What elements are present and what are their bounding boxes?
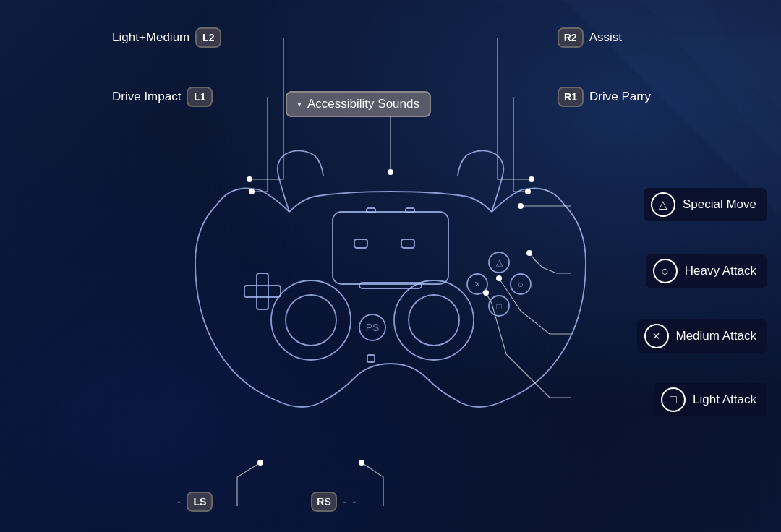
- circle-icon: ○: [653, 259, 678, 283]
- r2-badge: R2: [558, 27, 584, 48]
- l2-badge: L2: [195, 27, 221, 48]
- ls-badge: LS: [187, 492, 213, 512]
- ls-action-left: -: [177, 495, 181, 508]
- svg-point-6: [286, 295, 336, 346]
- svg-text:×: ×: [474, 278, 480, 290]
- main-content: △ ○ × □ PS Light+Medium L2 Drive Impact …: [0, 0, 781, 532]
- chevron-down-icon: ▾: [297, 99, 302, 109]
- svg-rect-20: [406, 208, 414, 213]
- triangle-label: △ Special Move: [644, 188, 767, 221]
- r2-action-text: Assist: [589, 30, 622, 45]
- l1-label: Drive Impact L1: [112, 87, 213, 107]
- svg-rect-10: [244, 286, 281, 297]
- rs-action-right: -: [343, 495, 346, 508]
- svg-text:□: □: [496, 301, 501, 312]
- triangle-icon: △: [651, 192, 675, 217]
- l2-action-text: Light+Medium: [112, 30, 189, 45]
- svg-point-36: [257, 460, 263, 466]
- accessibility-sounds-button[interactable]: ▾ Accessibility Sounds: [286, 91, 431, 117]
- svg-point-5: [271, 280, 351, 360]
- svg-rect-16: [401, 239, 414, 248]
- svg-point-7: [394, 280, 474, 360]
- svg-text:○: ○: [518, 279, 524, 290]
- triangle-action-text: Special Move: [683, 197, 756, 212]
- cross-icon: ×: [644, 324, 669, 348]
- svg-text:△: △: [496, 257, 503, 267]
- accessibility-sounds-label: Accessibility Sounds: [307, 97, 419, 111]
- svg-rect-21: [367, 355, 375, 362]
- square-action-text: Light Attack: [693, 392, 756, 407]
- l1-badge: L1: [187, 87, 213, 107]
- rs-label: RS - -: [311, 492, 357, 512]
- svg-rect-19: [367, 208, 375, 213]
- l2-label: Light+Medium L2: [112, 27, 221, 48]
- circle-label: ○ Heavy Attack: [646, 254, 767, 288]
- svg-point-8: [409, 295, 459, 346]
- svg-rect-17: [354, 239, 367, 248]
- cross-action-text: Medium Attack: [676, 329, 757, 343]
- cross-label: × Medium Attack: [637, 319, 767, 353]
- r2-label: R2 Assist: [558, 27, 622, 48]
- r1-action-text: Drive Parry: [589, 90, 651, 104]
- svg-rect-9: [257, 273, 268, 309]
- rs-badge: RS: [311, 492, 337, 512]
- r1-label: R1 Drive Parry: [558, 87, 651, 107]
- controller-diagram: △ ○ × □ PS: [188, 96, 593, 458]
- svg-rect-4: [333, 212, 448, 284]
- ls-label: - LS: [177, 492, 213, 512]
- svg-point-37: [359, 460, 364, 466]
- square-icon: □: [661, 387, 686, 412]
- r1-badge: R1: [558, 87, 584, 107]
- square-label: □ Light Attack: [654, 383, 767, 416]
- circle-action-text: Heavy Attack: [685, 264, 756, 278]
- svg-text:PS: PS: [366, 322, 380, 333]
- l1-action-text: Drive Impact: [112, 90, 181, 104]
